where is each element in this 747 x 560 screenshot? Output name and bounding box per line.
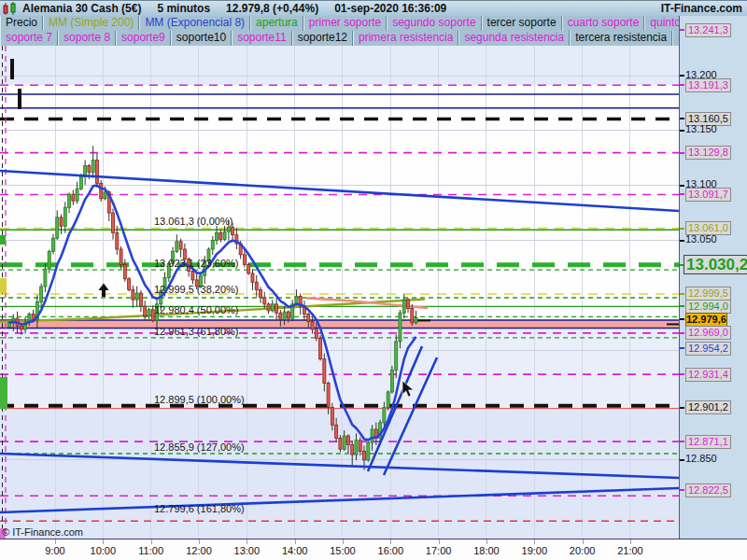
candle-body xyxy=(327,384,330,408)
candle-body xyxy=(148,310,150,316)
edge-stub xyxy=(10,59,14,79)
time-label-18-00: 18:00 xyxy=(473,545,500,556)
time-label-13-00: 13:00 xyxy=(234,545,261,556)
price-tick xyxy=(680,130,684,132)
price-tick xyxy=(680,305,684,307)
price-label-12969: 12.969,0 xyxy=(685,326,731,340)
candle-body xyxy=(128,279,131,290)
candle-body xyxy=(271,304,274,311)
price-tick xyxy=(680,193,684,195)
price-label-13241.3: 13.241,3 xyxy=(685,23,731,37)
legend-item-soporte9[interactable]: soporte9 xyxy=(116,31,171,46)
candle-body xyxy=(139,293,142,306)
candle-body xyxy=(331,407,333,425)
candle-body xyxy=(283,312,286,319)
trading-chart-window: Alemania 30 Cash (5€) 5 minutos 12.979,8… xyxy=(0,0,747,560)
time-label-11-00: 11:00 xyxy=(138,545,163,556)
legend-item-segundo-soporte[interactable]: segundo soporte xyxy=(387,16,481,31)
fib-label-13-023-1: 13.023,1 (23,60%) xyxy=(154,258,239,269)
price-tick xyxy=(680,228,684,230)
legend-item-mm-exponencial-8[interactable]: MM (Exponencial 8) xyxy=(139,16,250,31)
legend-item-soporte11[interactable]: soporte11 xyxy=(232,31,291,46)
candle-body xyxy=(311,322,314,329)
candle-body xyxy=(267,304,270,311)
timeframe-label: 5 minutos xyxy=(157,2,210,15)
price-tick xyxy=(680,152,684,154)
time-tick xyxy=(55,539,56,544)
candle-body xyxy=(343,436,345,449)
price-plot xyxy=(0,46,679,539)
candle-body xyxy=(351,444,354,455)
candle-body xyxy=(95,161,98,184)
time-tick xyxy=(247,539,247,544)
candle-body xyxy=(44,269,47,287)
candle-body xyxy=(395,342,398,371)
price-label-12901.2: 12.901,2 xyxy=(685,400,731,414)
legend-item-cuarto-soporte[interactable]: cuarto soporte xyxy=(562,16,645,31)
price-label-13030.2: 13.030,2 xyxy=(684,255,747,274)
legend-item-tercera-resistencia[interactable]: tercera resistencia xyxy=(570,31,672,46)
candle-body xyxy=(232,227,234,234)
last-price-change: 12.979,8 (+0,44%) xyxy=(226,2,318,15)
legend-item-cuarta-resistencia[interactable]: cuarta resistencia xyxy=(672,31,679,46)
candle-body xyxy=(407,300,410,308)
legend-item-segunda-resistencia[interactable]: segunda resistencia xyxy=(458,31,570,46)
legend-item-mm-simple-200[interactable]: MM (Simple 200) xyxy=(43,16,139,31)
candle-body xyxy=(191,272,194,280)
price-tick xyxy=(680,29,684,31)
legend-item-quinto-soporte[interactable]: quinto soporte xyxy=(644,16,679,31)
price-tick xyxy=(680,118,684,119)
time-tick xyxy=(486,539,487,544)
candle-body xyxy=(135,293,138,300)
candle-body xyxy=(51,238,54,251)
legend-item-primer-soporte[interactable]: primer soporte xyxy=(303,16,387,31)
price-label-13050: 13.050 xyxy=(685,233,717,245)
candle-body xyxy=(63,207,66,226)
candle-body xyxy=(323,359,326,384)
price-label-13091.7: 13.091,7 xyxy=(685,188,731,202)
candle-body xyxy=(144,306,147,316)
candle-body xyxy=(211,241,214,249)
candle-body xyxy=(116,232,119,249)
time-label-17-00: 17:00 xyxy=(426,545,452,556)
legend-item-soporte-7[interactable]: soporte 7 xyxy=(0,31,58,46)
legend-item-tercer-soporte[interactable]: tercer soporte xyxy=(482,16,562,31)
legend-item-soporte12[interactable]: soporte12 xyxy=(292,31,353,46)
price-label-12954.2: 12.954,2 xyxy=(685,342,731,356)
candle-body xyxy=(251,273,254,282)
price-axis[interactable]: 13.241,313.20013.191,313.160,513.15013.1… xyxy=(679,16,747,539)
time-tick xyxy=(583,539,584,544)
time-label-20-00: 20:00 xyxy=(570,545,596,556)
legend-item-primera-resistencia[interactable]: primera resistencia xyxy=(353,31,458,46)
time-tick xyxy=(390,539,391,544)
candle-body xyxy=(216,232,218,240)
legend-item-soporte10[interactable]: soporte10 xyxy=(171,31,232,46)
price-tick xyxy=(680,240,684,242)
candle-body xyxy=(387,392,389,407)
candle-body xyxy=(48,251,50,269)
candle-body xyxy=(219,232,222,239)
watermark: © IT-Finance.com xyxy=(2,526,83,538)
candle-body xyxy=(247,264,250,273)
price-tick xyxy=(680,332,684,334)
candle-body xyxy=(243,255,246,265)
candle-body xyxy=(279,313,282,319)
chart-area[interactable]: 13.061,3 (0,00%)13.023,1 (23,60%)12.999,… xyxy=(0,46,679,539)
trendline-3[interactable] xyxy=(0,488,679,512)
price-label-12931.4: 12.931,4 xyxy=(685,368,731,382)
legend-item-apertura[interactable]: apertura xyxy=(250,16,303,31)
price-tick xyxy=(680,373,684,375)
price-tick xyxy=(680,407,684,409)
legend-item-soporte-8[interactable]: soporte 8 xyxy=(58,31,116,46)
legend-item-precio[interactable]: Precio xyxy=(0,16,43,31)
trendline-2[interactable] xyxy=(0,454,679,478)
candle-body xyxy=(120,249,122,264)
candle-body xyxy=(104,192,106,199)
price-label-12871.1: 12.871,1 xyxy=(685,435,731,449)
time-tick xyxy=(151,539,152,544)
candle-body xyxy=(319,338,322,358)
time-tick xyxy=(295,539,296,544)
candle-body xyxy=(255,282,258,289)
time-axis[interactable]: 9:0010:0011:0012:0013:0014:0015:0016:001… xyxy=(0,539,747,560)
candle-body xyxy=(390,370,393,392)
